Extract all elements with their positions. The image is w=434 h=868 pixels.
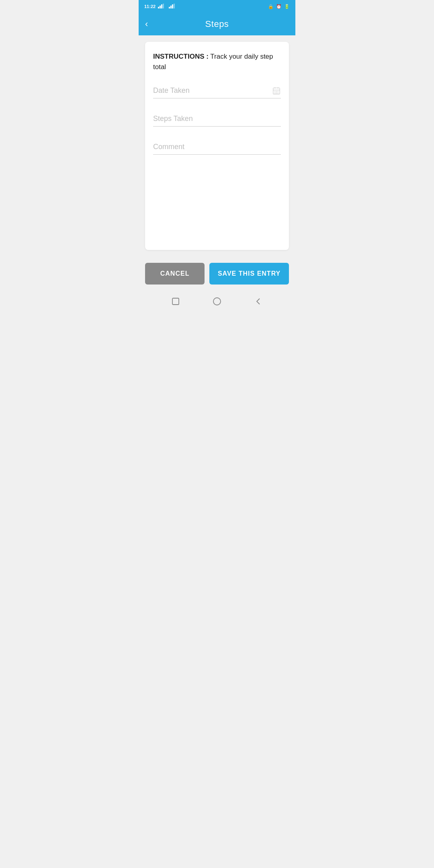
svg-point-13 [276, 91, 277, 92]
main-content: INSTRUCTIONS : Track your daily step tot… [139, 35, 295, 256]
svg-rect-0 [158, 7, 159, 8]
svg-point-15 [275, 93, 275, 93]
battery-icon: 🔋 [284, 4, 290, 9]
comment-input[interactable] [153, 139, 281, 155]
svg-point-16 [276, 93, 277, 93]
status-bar: 11:22 🔒 ⏰ 🔋 [139, 0, 295, 13]
calendar-icon [272, 86, 281, 97]
cancel-button[interactable]: CANCEL [145, 263, 205, 285]
signal-icons [157, 4, 178, 9]
instructions-label: INSTRUCTIONS : [153, 53, 209, 60]
save-button[interactable]: SAVE THIS ENTRY [209, 263, 289, 285]
svg-rect-2 [161, 4, 162, 8]
svg-rect-6 [172, 4, 173, 8]
svg-rect-18 [172, 298, 179, 305]
svg-rect-1 [160, 6, 161, 8]
comment-field [153, 139, 281, 155]
back-triangle-icon[interactable] [254, 297, 263, 306]
page-title: Steps [205, 19, 229, 29]
date-taken-field [153, 83, 281, 98]
svg-point-14 [278, 91, 278, 92]
svg-rect-4 [169, 7, 170, 8]
steps-taken-field [153, 111, 281, 127]
nav-bar [139, 291, 295, 313]
status-bar-right: 🔒 ⏰ 🔋 [268, 4, 290, 9]
form-card: INSTRUCTIONS : Track your daily step tot… [145, 42, 289, 250]
svg-point-17 [278, 93, 278, 93]
home-circle-icon[interactable] [212, 297, 222, 306]
date-taken-input[interactable] [153, 83, 281, 98]
status-time: 11:22 [144, 4, 156, 9]
svg-rect-5 [170, 6, 172, 8]
home-square-icon[interactable] [171, 297, 180, 306]
svg-rect-3 [163, 4, 164, 8]
steps-taken-input[interactable] [153, 111, 281, 127]
svg-point-19 [213, 298, 221, 305]
app-header: ‹ Steps [139, 13, 295, 35]
alarm-icon: ⏰ [276, 4, 282, 9]
svg-rect-7 [174, 4, 175, 8]
lock-icon: 🔒 [268, 4, 274, 9]
bottom-actions: CANCEL SAVE THIS ENTRY [139, 256, 295, 291]
instructions: INSTRUCTIONS : Track your daily step tot… [153, 51, 281, 72]
svg-point-12 [275, 91, 275, 92]
status-bar-left: 11:22 [144, 4, 178, 9]
back-button[interactable]: ‹ [142, 16, 151, 33]
